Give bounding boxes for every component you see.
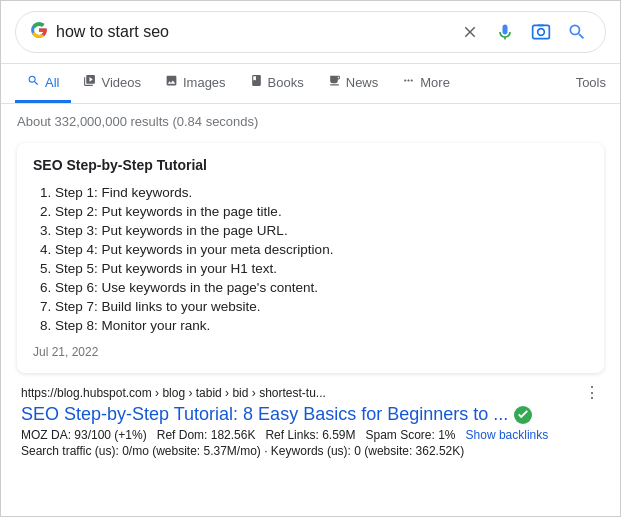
tab-all-label: All xyxy=(45,75,59,90)
ref-dom: Ref Dom: 182.56K xyxy=(157,428,256,442)
search-input[interactable]: how to start seo xyxy=(56,23,449,41)
voice-search-button[interactable] xyxy=(491,18,519,46)
result-card: SEO Step-by-Step Tutorial Step 1: Find k… xyxy=(17,143,604,373)
tab-news[interactable]: News xyxy=(316,64,391,103)
list-item: Step 8: Monitor your rank. xyxy=(55,316,588,335)
list-item: Step 3: Put keywords in the page URL. xyxy=(55,221,588,240)
search-button[interactable] xyxy=(563,18,591,46)
tab-images-label: Images xyxy=(183,75,226,90)
moz-da: MOZ DA: 93/100 (+1%) xyxy=(21,428,147,442)
result-link-text: SEO Step-by-Step Tutorial: 8 Easy Basics… xyxy=(21,404,508,425)
url-result: https://blog.hubspot.com › blog › tabid … xyxy=(17,383,604,458)
result-options-button[interactable]: ⋮ xyxy=(584,383,600,402)
result-url: https://blog.hubspot.com › blog › tabid … xyxy=(21,386,326,400)
result-link[interactable]: SEO Step-by-Step Tutorial: 8 Easy Basics… xyxy=(21,404,600,425)
search-input-wrapper: how to start seo xyxy=(15,11,606,53)
result-steps-list: Step 1: Find keywords. Step 2: Put keywo… xyxy=(33,183,588,335)
tab-tools[interactable]: Tools xyxy=(576,65,606,103)
tab-more[interactable]: More xyxy=(390,64,462,103)
tabs-bar: All Videos Images Books News More Too xyxy=(1,64,620,104)
list-item: Step 2: Put keywords in the page title. xyxy=(55,202,588,221)
tab-images[interactable]: Images xyxy=(153,64,238,103)
svg-rect-0 xyxy=(533,25,550,38)
svg-rect-2 xyxy=(538,25,545,27)
list-item: Step 4: Put keywords in your meta descri… xyxy=(55,240,588,259)
result-meta: MOZ DA: 93/100 (+1%) Ref Dom: 182.56K Re… xyxy=(21,428,600,442)
list-item: Step 5: Put keywords in your H1 text. xyxy=(55,259,588,278)
list-item: Step 1: Find keywords. xyxy=(55,183,588,202)
video-icon xyxy=(83,74,96,90)
url-line: https://blog.hubspot.com › blog › tabid … xyxy=(21,383,600,402)
search-bar: how to start seo xyxy=(1,1,620,64)
tab-videos-label: Videos xyxy=(101,75,141,90)
tab-all[interactable]: All xyxy=(15,64,71,103)
results-count: About 332,000,000 results (0.84 seconds) xyxy=(17,114,258,129)
list-item: Step 6: Use keywords in the page's conte… xyxy=(55,278,588,297)
clear-search-button[interactable] xyxy=(457,19,483,45)
tab-books-label: Books xyxy=(268,75,304,90)
dots-icon xyxy=(402,74,415,90)
image-icon xyxy=(165,74,178,90)
book-icon xyxy=(250,74,263,90)
tab-tools-label: Tools xyxy=(576,75,606,90)
svg-point-1 xyxy=(538,29,545,36)
google-g-icon xyxy=(30,21,48,43)
result-card-title: SEO Step-by-Step Tutorial xyxy=(33,157,588,173)
search-icon xyxy=(27,74,40,90)
list-item: Step 7: Build links to your website. xyxy=(55,297,588,316)
results-info: About 332,000,000 results (0.84 seconds) xyxy=(1,104,620,135)
image-search-button[interactable] xyxy=(527,18,555,46)
result-date: Jul 21, 2022 xyxy=(33,345,588,359)
tab-videos[interactable]: Videos xyxy=(71,64,153,103)
ref-links: Ref Links: 6.59M xyxy=(265,428,355,442)
show-backlinks-link[interactable]: Show backlinks xyxy=(466,428,549,442)
tab-more-label: More xyxy=(420,75,450,90)
verified-icon xyxy=(514,406,532,424)
news-icon xyxy=(328,74,341,90)
result-traffic: Search traffic (us): 0/mo (website: 5.37… xyxy=(21,444,600,458)
spam-score: Spam Score: 1% xyxy=(365,428,455,442)
tab-books[interactable]: Books xyxy=(238,64,316,103)
tab-news-label: News xyxy=(346,75,379,90)
